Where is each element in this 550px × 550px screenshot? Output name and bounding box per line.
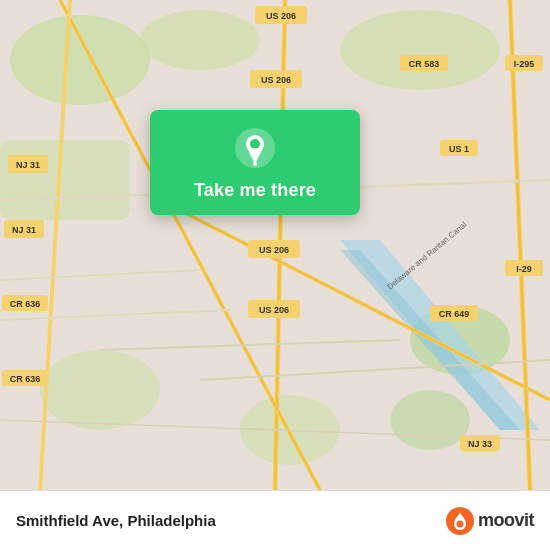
svg-text:NJ 31: NJ 31 xyxy=(12,225,36,235)
svg-text:CR 583: CR 583 xyxy=(409,59,440,69)
svg-text:CR 636: CR 636 xyxy=(10,299,41,309)
svg-point-1 xyxy=(10,15,150,105)
moovit-brand-name: moovit xyxy=(478,510,534,531)
svg-text:US 206: US 206 xyxy=(261,75,291,85)
svg-text:US 206: US 206 xyxy=(266,11,296,21)
svg-rect-4 xyxy=(0,140,130,220)
svg-text:NJ 31: NJ 31 xyxy=(16,160,40,170)
bottom-bar: Smithfield Ave, Philadelphia moovit xyxy=(0,490,550,550)
svg-point-7 xyxy=(40,350,160,430)
svg-text:CR 636: CR 636 xyxy=(10,374,41,384)
svg-point-2 xyxy=(140,10,260,70)
moovit-logo: moovit xyxy=(446,507,534,535)
location-card[interactable]: Take me there xyxy=(150,110,360,215)
svg-point-57 xyxy=(250,139,260,149)
svg-text:NJ 33: NJ 33 xyxy=(468,439,492,449)
svg-point-3 xyxy=(340,10,500,90)
svg-text:US 206: US 206 xyxy=(259,305,289,315)
svg-text:I-29: I-29 xyxy=(516,264,532,274)
svg-point-6 xyxy=(390,390,470,450)
place-name: Smithfield Ave, Philadelphia xyxy=(16,512,216,529)
svg-point-59 xyxy=(253,162,257,166)
svg-text:US 1: US 1 xyxy=(449,144,469,154)
svg-point-61 xyxy=(456,520,463,527)
take-me-there-button[interactable]: Take me there xyxy=(194,180,316,201)
moovit-logo-icon xyxy=(446,507,474,535)
location-pin-icon xyxy=(233,126,277,170)
svg-text:I-295: I-295 xyxy=(514,59,535,69)
map-area: US 206 US 206 US 206 US 206 NJ 31 NJ 31 … xyxy=(0,0,550,490)
svg-text:CR 649: CR 649 xyxy=(439,309,470,319)
svg-text:US 206: US 206 xyxy=(259,245,289,255)
